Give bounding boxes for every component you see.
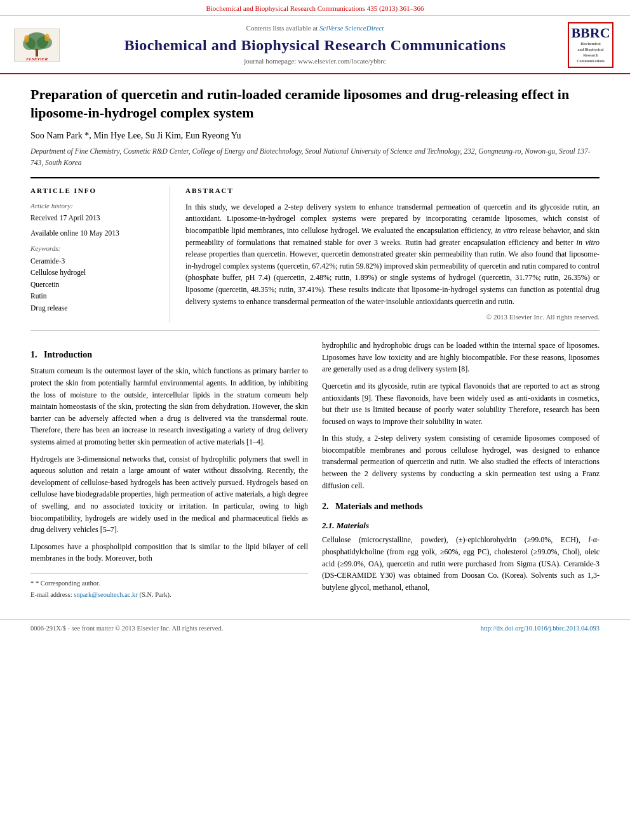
abstract-column: ABSTRACT In this study, we developed a 2…	[185, 186, 600, 323]
section2-number: 2.	[322, 502, 329, 511]
subsection2-1-title: 2.1. Materials	[322, 520, 600, 532]
journal-homepage: journal homepage: www.elsevier.com/locat…	[74, 57, 556, 67]
abstract-text: In this study, we developed a 2-step del…	[185, 201, 600, 307]
right-paragraph-1: hydrophilic and hydrophobic drugs can be…	[322, 340, 600, 375]
affiliation: Department of Fine Chemistry, Cosmetic R…	[30, 146, 600, 168]
article-info-column: ARTICLE INFO Article history: Received 1…	[30, 186, 170, 323]
bbrc-logo-area: BBRC Biochemicaland BiophysicalResearchC…	[568, 22, 619, 68]
page-wrapper: Biochemical and Biophysical Research Com…	[0, 0, 630, 637]
top-citation-bar: Biochemical and Biophysical Research Com…	[0, 0, 630, 16]
bbrc-abbrev: BBRC	[571, 26, 610, 40]
bbrc-full-name: Biochemicaland BiophysicalResearchCommun…	[577, 41, 605, 64]
citation-text: Biochemical and Biophysical Research Com…	[206, 4, 424, 12]
available-online-date: Available online 10 May 2013	[30, 228, 159, 239]
section2-title: 2. Materials and methods	[322, 500, 600, 513]
author-names: Soo Nam Park *, Min Hye Lee, Su Ji Kim, …	[30, 131, 241, 140]
intro-paragraph-3: Liposomes have a phospholipid compositio…	[30, 541, 308, 564]
article-history-label: Article history:	[30, 201, 159, 211]
elsevier-logo-area: ELSEVIER	[11, 29, 62, 62]
corresponding-star: *	[30, 580, 34, 587]
svg-point-5	[24, 35, 29, 43]
footnote-area: * * Corresponding author. E-mail address…	[30, 573, 308, 599]
article-info-heading: ARTICLE INFO	[30, 186, 159, 196]
body-content: 1. Introduction Stratum corneum is the o…	[30, 340, 600, 601]
svg-rect-4	[36, 49, 38, 57]
email-person: (S.N. Park).	[140, 591, 171, 598]
keyword-drug-release: Drug release	[30, 302, 159, 314]
authors-line: Soo Nam Park *, Min Hye Lee, Su Ji Kim, …	[30, 130, 600, 142]
email-address[interactable]: snpark@seoultech.ac.kr	[74, 591, 138, 598]
svg-text:ELSEVIER: ELSEVIER	[25, 57, 48, 62]
corresponding-label: * Corresponding author.	[36, 580, 100, 587]
intro-paragraph-2: Hydrogels are 3-dimensional networks tha…	[30, 453, 308, 536]
journal-title: Biochemical and Biophysical Research Com…	[74, 36, 556, 55]
intro-title: Introduction	[44, 350, 92, 359]
keyword-cellulose: Cellulose hydrogel	[30, 267, 159, 278]
sciverse-text: Contents lists available at	[246, 24, 318, 32]
right-paragraph-2: Quercetin and its glycoside, rutin are t…	[322, 380, 600, 427]
journal-header: ELSEVIER Contents lists available at Sci…	[0, 16, 630, 74]
keyword-ceramide: Ceramide-3	[30, 255, 159, 267]
body-left-column: 1. Introduction Stratum corneum is the o…	[30, 340, 308, 601]
journal-center: Contents lists available at SciVerse Sci…	[74, 23, 556, 67]
article-info-abstract-section: ARTICLE INFO Article history: Received 1…	[30, 177, 600, 331]
intro-paragraph-1: Stratum corneum is the outermost layer o…	[30, 365, 308, 448]
intro-section-title: 1. Introduction	[30, 349, 308, 361]
keywords-label: Keywords:	[30, 244, 159, 254]
materials-text: Cellulose (microcrystalline, powder), (±…	[322, 534, 600, 593]
article-content: Preparation of quercetin and rutin-loade…	[0, 74, 630, 613]
body-right-column: hydrophilic and hydrophobic drugs can be…	[322, 340, 600, 601]
sciverse-line: Contents lists available at SciVerse Sci…	[74, 23, 556, 34]
article-title: Preparation of quercetin and rutin-loade…	[30, 86, 600, 122]
abstract-heading: ABSTRACT	[185, 186, 600, 196]
received-date: Received 17 April 2013	[30, 213, 159, 223]
sciverse-link[interactable]: SciVerse ScienceDirect	[319, 24, 384, 32]
elsevier-tree-icon: ELSEVIER	[14, 29, 60, 62]
footer-bar: 0006-291X/$ - see front matter © 2013 El…	[0, 619, 630, 637]
email-footnote: E-mail address: snpark@seoultech.ac.kr (…	[30, 590, 308, 600]
bbrc-logo-box: BBRC Biochemicaland BiophysicalResearchC…	[568, 22, 613, 68]
svg-point-3	[37, 36, 52, 49]
corresponding-author-note: * * Corresponding author.	[30, 579, 308, 589]
footer-issn: 0006-291X/$ - see front matter © 2013 El…	[30, 623, 223, 633]
right-paragraph-3: In this study, a 2-step delivery system …	[322, 432, 600, 491]
copyright-line: © 2013 Elsevier Inc. All rights reserved…	[185, 312, 600, 323]
section2-label: Materials and methods	[335, 502, 423, 511]
intro-number: 1.	[30, 350, 37, 359]
svg-point-6	[44, 34, 50, 41]
email-label: E-mail address:	[30, 591, 74, 598]
keyword-quercetin: Quercetin	[30, 279, 159, 290]
footer-doi[interactable]: http://dx.doi.org/10.1016/j.bbrc.2013.04…	[481, 623, 600, 633]
keyword-rutin: Rutin	[30, 290, 159, 302]
